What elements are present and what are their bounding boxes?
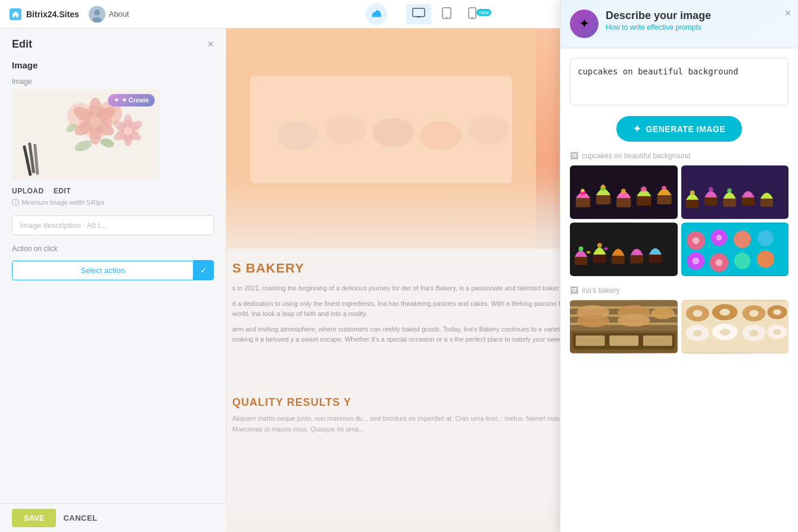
user-profile[interactable]: About (89, 6, 129, 23)
cupcake-result-4[interactable] (681, 223, 789, 276)
svg-rect-55 (705, 198, 717, 206)
svg-rect-65 (612, 256, 624, 264)
svg-point-60 (708, 187, 713, 192)
action-label: Action on click (12, 245, 214, 253)
generate-label: GENERATE IMAGE (646, 124, 725, 134)
action-confirm-button[interactable]: ✓ (194, 260, 214, 280)
svg-point-46 (621, 189, 626, 193)
image-field-label: Image (12, 77, 214, 86)
create-label: ✦ Create (121, 96, 149, 104)
ai-panel-subtitle[interactable]: How to write effective prompts (606, 23, 711, 32)
logo[interactable]: Bitrix24.Sites (10, 8, 79, 20)
svg-point-59 (690, 190, 694, 195)
svg-point-7 (472, 17, 473, 18)
svg-point-37 (372, 118, 414, 148)
svg-point-39 (467, 115, 509, 145)
svg-point-91 (618, 314, 650, 327)
action-field-group: Action on click Select action ✓ (0, 245, 226, 290)
edit-image-button[interactable]: EDIT (54, 187, 71, 195)
svg-point-29 (124, 127, 132, 135)
svg-rect-67 (649, 255, 662, 263)
cupcake-result-2[interactable] (681, 165, 789, 219)
edit-header: Edit × (0, 29, 226, 55)
cloud-save-button[interactable] (366, 4, 387, 25)
tablet-icon[interactable] (436, 4, 457, 25)
upload-button[interactable]: UPLOAD (12, 187, 44, 195)
close-ai-panel-button[interactable]: × (784, 7, 791, 20)
generate-button[interactable]: ✦ GENERATE IMAGE (616, 116, 742, 142)
edit-title: Edit (12, 38, 32, 51)
image-description-input[interactable] (12, 215, 214, 235)
create-badge-button[interactable]: ✦ ✦ Create (108, 94, 155, 107)
svg-point-73 (733, 231, 750, 248)
ai-panel: ✦ Describe your image How to write effec… (560, 0, 798, 532)
logo-text: Bitrix24.Sites (26, 10, 79, 19)
magic-icon: ✦ (579, 16, 590, 32)
left-panel: Edit × Image Image (0, 29, 226, 532)
svg-point-50 (662, 186, 666, 190)
svg-point-90 (577, 315, 610, 327)
svg-point-82 (715, 259, 722, 267)
avatar (89, 6, 105, 23)
create-icon: ✦ (114, 96, 119, 104)
svg-point-51 (581, 189, 585, 192)
results-icon-2: 🖼 (570, 286, 578, 295)
bakery-result-2[interactable] (681, 300, 789, 353)
svg-point-99 (693, 310, 702, 317)
cancel-button[interactable]: CANCEL (63, 514, 97, 522)
svg-point-1 (94, 10, 100, 15)
svg-point-35 (277, 121, 319, 151)
svg-point-81 (692, 258, 699, 265)
ai-icon: ✦ (570, 10, 598, 38)
user-name: About (109, 10, 129, 18)
svg-rect-45 (616, 198, 631, 208)
select-action-button[interactable]: Select action (12, 261, 194, 280)
svg-point-36 (325, 115, 366, 145)
svg-rect-43 (596, 195, 610, 205)
svg-point-74 (757, 230, 773, 246)
ai-header-text: Describe your image How to write effecti… (606, 10, 711, 32)
mobile-icon[interactable]: new (462, 4, 500, 25)
svg-rect-95 (609, 336, 638, 346)
svg-point-38 (420, 121, 462, 151)
svg-rect-66 (630, 255, 643, 264)
home-icon (10, 8, 21, 20)
bottom-bar: SAVE CANCEL (0, 503, 226, 532)
svg-point-79 (692, 237, 699, 245)
image-actions: UPLOAD EDIT (12, 187, 214, 195)
check-icon: ✓ (200, 265, 207, 275)
svg-rect-56 (723, 199, 735, 207)
min-info: i Minimum image width 540px (12, 199, 214, 206)
results-label-1: 🖼 cupcakes on beautiful background (570, 151, 788, 161)
svg-rect-53 (681, 166, 789, 218)
desktop-icon[interactable] (406, 4, 431, 24)
svg-rect-57 (741, 198, 754, 206)
prompt-input[interactable]: cupcakes on beautiful background (570, 58, 788, 105)
svg-point-80 (716, 235, 722, 241)
svg-point-111 (749, 330, 759, 337)
svg-rect-64 (593, 255, 606, 263)
save-button[interactable]: SAVE (12, 509, 56, 527)
svg-rect-63 (575, 257, 587, 265)
svg-point-101 (719, 309, 730, 316)
bakery-result-1[interactable] (570, 300, 678, 353)
svg-point-105 (773, 309, 781, 315)
cupcake-image-grid (570, 165, 788, 276)
results-section-2: 🖼 ina's bakery (570, 286, 788, 353)
svg-point-48 (641, 186, 647, 192)
svg-point-21 (89, 116, 101, 128)
close-panel-button[interactable]: × (207, 38, 214, 51)
svg-point-113 (773, 329, 781, 335)
svg-rect-47 (637, 196, 651, 206)
min-info-text: Minimum image width 540px (21, 199, 104, 206)
cupcake-result-1[interactable] (570, 165, 678, 219)
svg-point-52 (601, 184, 605, 188)
svg-point-89 (652, 308, 675, 320)
ai-panel-body: cupcakes on beautiful background ✦ GENER… (560, 48, 798, 363)
svg-rect-3 (413, 8, 425, 17)
section-title: Image (0, 55, 226, 77)
cupcake-result-3[interactable] (570, 223, 678, 276)
results-section-1: 🖼 cupcakes on beautiful background (570, 151, 788, 276)
action-field: Select action ✓ (12, 260, 214, 280)
svg-point-103 (749, 310, 759, 317)
